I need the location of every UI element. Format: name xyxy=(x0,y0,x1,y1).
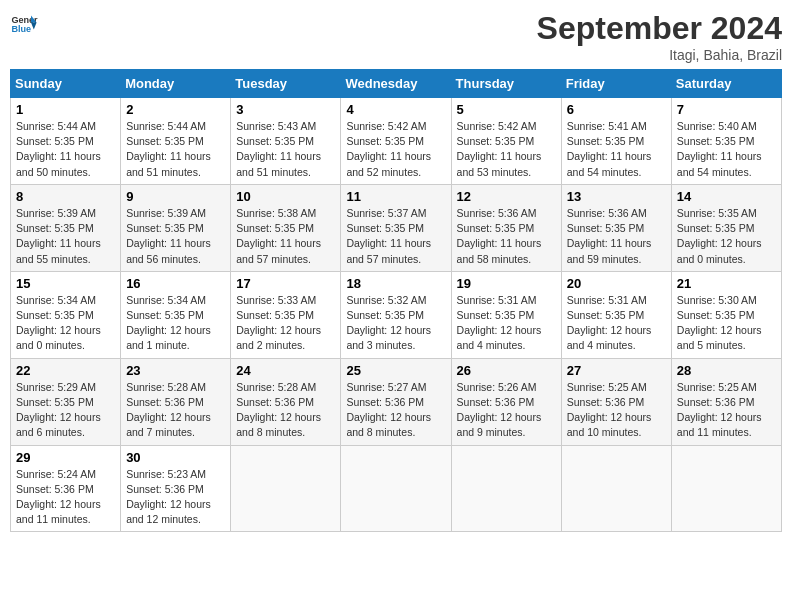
calendar-cell xyxy=(451,445,561,532)
title-block: September 2024 Itagi, Bahia, Brazil xyxy=(537,10,782,63)
day-number: 28 xyxy=(677,363,776,378)
calendar-cell xyxy=(671,445,781,532)
calendar-cell: 8Sunrise: 5:39 AMSunset: 5:35 PMDaylight… xyxy=(11,184,121,271)
calendar-cell: 18Sunrise: 5:32 AMSunset: 5:35 PMDayligh… xyxy=(341,271,451,358)
day-info: Sunrise: 5:25 AMSunset: 5:36 PMDaylight:… xyxy=(567,380,666,441)
calendar-cell: 4Sunrise: 5:42 AMSunset: 5:35 PMDaylight… xyxy=(341,98,451,185)
day-info: Sunrise: 5:28 AMSunset: 5:36 PMDaylight:… xyxy=(236,380,335,441)
day-info: Sunrise: 5:36 AMSunset: 5:35 PMDaylight:… xyxy=(567,206,666,267)
day-number: 18 xyxy=(346,276,445,291)
calendar-cell: 30Sunrise: 5:23 AMSunset: 5:36 PMDayligh… xyxy=(121,445,231,532)
day-number: 19 xyxy=(457,276,556,291)
day-number: 22 xyxy=(16,363,115,378)
calendar-cell xyxy=(561,445,671,532)
day-number: 13 xyxy=(567,189,666,204)
calendar-cell: 14Sunrise: 5:35 AMSunset: 5:35 PMDayligh… xyxy=(671,184,781,271)
calendar-week-row: 1Sunrise: 5:44 AMSunset: 5:35 PMDaylight… xyxy=(11,98,782,185)
day-info: Sunrise: 5:31 AMSunset: 5:35 PMDaylight:… xyxy=(567,293,666,354)
day-info: Sunrise: 5:41 AMSunset: 5:35 PMDaylight:… xyxy=(567,119,666,180)
calendar-cell: 3Sunrise: 5:43 AMSunset: 5:35 PMDaylight… xyxy=(231,98,341,185)
day-info: Sunrise: 5:30 AMSunset: 5:35 PMDaylight:… xyxy=(677,293,776,354)
day-number: 29 xyxy=(16,450,115,465)
calendar-cell: 1Sunrise: 5:44 AMSunset: 5:35 PMDaylight… xyxy=(11,98,121,185)
calendar-cell: 11Sunrise: 5:37 AMSunset: 5:35 PMDayligh… xyxy=(341,184,451,271)
calendar-cell: 24Sunrise: 5:28 AMSunset: 5:36 PMDayligh… xyxy=(231,358,341,445)
day-info: Sunrise: 5:32 AMSunset: 5:35 PMDaylight:… xyxy=(346,293,445,354)
day-number: 10 xyxy=(236,189,335,204)
calendar-cell: 21Sunrise: 5:30 AMSunset: 5:35 PMDayligh… xyxy=(671,271,781,358)
calendar-cell: 28Sunrise: 5:25 AMSunset: 5:36 PMDayligh… xyxy=(671,358,781,445)
day-number: 24 xyxy=(236,363,335,378)
month-year-title: September 2024 xyxy=(537,10,782,47)
day-number: 4 xyxy=(346,102,445,117)
calendar-cell xyxy=(341,445,451,532)
calendar-cell: 19Sunrise: 5:31 AMSunset: 5:35 PMDayligh… xyxy=(451,271,561,358)
column-header-thursday: Thursday xyxy=(451,70,561,98)
day-number: 30 xyxy=(126,450,225,465)
day-number: 1 xyxy=(16,102,115,117)
day-number: 15 xyxy=(16,276,115,291)
column-header-tuesday: Tuesday xyxy=(231,70,341,98)
calendar-cell: 9Sunrise: 5:39 AMSunset: 5:35 PMDaylight… xyxy=(121,184,231,271)
calendar-header-row: SundayMondayTuesdayWednesdayThursdayFrid… xyxy=(11,70,782,98)
calendar-cell: 16Sunrise: 5:34 AMSunset: 5:35 PMDayligh… xyxy=(121,271,231,358)
calendar-week-row: 8Sunrise: 5:39 AMSunset: 5:35 PMDaylight… xyxy=(11,184,782,271)
svg-text:Blue: Blue xyxy=(11,24,31,34)
calendar-cell: 15Sunrise: 5:34 AMSunset: 5:35 PMDayligh… xyxy=(11,271,121,358)
day-info: Sunrise: 5:39 AMSunset: 5:35 PMDaylight:… xyxy=(126,206,225,267)
day-info: Sunrise: 5:44 AMSunset: 5:35 PMDaylight:… xyxy=(126,119,225,180)
column-header-friday: Friday xyxy=(561,70,671,98)
day-info: Sunrise: 5:31 AMSunset: 5:35 PMDaylight:… xyxy=(457,293,556,354)
day-number: 6 xyxy=(567,102,666,117)
day-number: 9 xyxy=(126,189,225,204)
calendar-week-row: 22Sunrise: 5:29 AMSunset: 5:35 PMDayligh… xyxy=(11,358,782,445)
calendar-week-row: 15Sunrise: 5:34 AMSunset: 5:35 PMDayligh… xyxy=(11,271,782,358)
calendar-cell: 29Sunrise: 5:24 AMSunset: 5:36 PMDayligh… xyxy=(11,445,121,532)
day-number: 14 xyxy=(677,189,776,204)
day-number: 17 xyxy=(236,276,335,291)
calendar-cell: 12Sunrise: 5:36 AMSunset: 5:35 PMDayligh… xyxy=(451,184,561,271)
page-header: General Blue September 2024 Itagi, Bahia… xyxy=(10,10,782,63)
calendar-cell: 23Sunrise: 5:28 AMSunset: 5:36 PMDayligh… xyxy=(121,358,231,445)
day-info: Sunrise: 5:42 AMSunset: 5:35 PMDaylight:… xyxy=(346,119,445,180)
day-number: 8 xyxy=(16,189,115,204)
day-number: 2 xyxy=(126,102,225,117)
day-info: Sunrise: 5:44 AMSunset: 5:35 PMDaylight:… xyxy=(16,119,115,180)
calendar-cell xyxy=(231,445,341,532)
day-info: Sunrise: 5:26 AMSunset: 5:36 PMDaylight:… xyxy=(457,380,556,441)
column-header-sunday: Sunday xyxy=(11,70,121,98)
day-number: 25 xyxy=(346,363,445,378)
day-info: Sunrise: 5:28 AMSunset: 5:36 PMDaylight:… xyxy=(126,380,225,441)
day-info: Sunrise: 5:36 AMSunset: 5:35 PMDaylight:… xyxy=(457,206,556,267)
calendar-cell: 13Sunrise: 5:36 AMSunset: 5:35 PMDayligh… xyxy=(561,184,671,271)
calendar-table: SundayMondayTuesdayWednesdayThursdayFrid… xyxy=(10,69,782,532)
day-number: 20 xyxy=(567,276,666,291)
day-info: Sunrise: 5:33 AMSunset: 5:35 PMDaylight:… xyxy=(236,293,335,354)
day-number: 27 xyxy=(567,363,666,378)
logo: General Blue xyxy=(10,10,38,38)
day-info: Sunrise: 5:40 AMSunset: 5:35 PMDaylight:… xyxy=(677,119,776,180)
column-header-monday: Monday xyxy=(121,70,231,98)
svg-marker-3 xyxy=(31,23,37,30)
day-info: Sunrise: 5:34 AMSunset: 5:35 PMDaylight:… xyxy=(126,293,225,354)
day-number: 23 xyxy=(126,363,225,378)
calendar-cell: 5Sunrise: 5:42 AMSunset: 5:35 PMDaylight… xyxy=(451,98,561,185)
calendar-cell: 20Sunrise: 5:31 AMSunset: 5:35 PMDayligh… xyxy=(561,271,671,358)
day-number: 11 xyxy=(346,189,445,204)
calendar-cell: 2Sunrise: 5:44 AMSunset: 5:35 PMDaylight… xyxy=(121,98,231,185)
day-info: Sunrise: 5:38 AMSunset: 5:35 PMDaylight:… xyxy=(236,206,335,267)
day-number: 16 xyxy=(126,276,225,291)
day-number: 26 xyxy=(457,363,556,378)
day-info: Sunrise: 5:42 AMSunset: 5:35 PMDaylight:… xyxy=(457,119,556,180)
day-info: Sunrise: 5:37 AMSunset: 5:35 PMDaylight:… xyxy=(346,206,445,267)
day-info: Sunrise: 5:35 AMSunset: 5:35 PMDaylight:… xyxy=(677,206,776,267)
day-info: Sunrise: 5:27 AMSunset: 5:36 PMDaylight:… xyxy=(346,380,445,441)
calendar-cell: 25Sunrise: 5:27 AMSunset: 5:36 PMDayligh… xyxy=(341,358,451,445)
calendar-cell: 22Sunrise: 5:29 AMSunset: 5:35 PMDayligh… xyxy=(11,358,121,445)
day-info: Sunrise: 5:25 AMSunset: 5:36 PMDaylight:… xyxy=(677,380,776,441)
day-number: 12 xyxy=(457,189,556,204)
calendar-cell: 26Sunrise: 5:26 AMSunset: 5:36 PMDayligh… xyxy=(451,358,561,445)
day-number: 7 xyxy=(677,102,776,117)
calendar-week-row: 29Sunrise: 5:24 AMSunset: 5:36 PMDayligh… xyxy=(11,445,782,532)
day-info: Sunrise: 5:29 AMSunset: 5:35 PMDaylight:… xyxy=(16,380,115,441)
